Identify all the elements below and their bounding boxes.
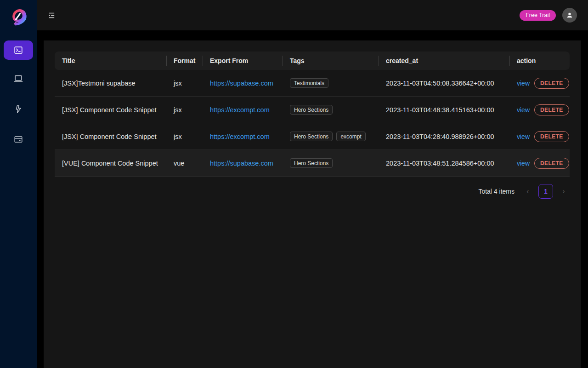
menu-unfold-button[interactable] bbox=[48, 12, 56, 19]
export-from-link[interactable]: https://excompt.com bbox=[210, 133, 270, 140]
table-row: [JSX] Component Code Snippet jsx https:/… bbox=[55, 97, 570, 123]
column-header-created-at: created_at bbox=[379, 52, 509, 70]
action-cell: view DELETE bbox=[517, 70, 562, 96]
credit-card-icon bbox=[13, 134, 23, 144]
cell-title: [JSX]Testmoni supabase bbox=[55, 70, 166, 97]
content-area: Title Format Export From Tags created_at… bbox=[37, 30, 588, 368]
tag-badge: Hero Sections bbox=[290, 105, 333, 115]
delete-button[interactable]: DELETE bbox=[534, 131, 569, 142]
topbar: Free Trail bbox=[37, 0, 588, 30]
sidebar-item-snippets[interactable] bbox=[4, 40, 33, 60]
view-link[interactable]: view bbox=[517, 80, 530, 87]
table-row: [JSX] Component Code Snippet jsx https:/… bbox=[55, 123, 570, 150]
topbar-right: Free Trail bbox=[520, 8, 577, 23]
pagination: Total 4 items ‹ 1 › bbox=[55, 184, 570, 199]
sidebar-item-billing[interactable] bbox=[4, 130, 33, 149]
cell-created-at: 2023-11-03T04:48:38.415163+00:00 bbox=[379, 97, 509, 123]
column-header-title: Title bbox=[55, 52, 166, 70]
tag-badge: Hero Sections bbox=[290, 132, 333, 141]
export-from-link[interactable]: https://supabase.com bbox=[210, 80, 273, 87]
current-page-button[interactable]: 1 bbox=[538, 184, 553, 199]
sidebar bbox=[0, 0, 37, 368]
cell-created-at: 2023-11-03T03:48:51.284586+00:00 bbox=[379, 150, 509, 177]
cell-title: [JSX] Component Code Snippet bbox=[55, 97, 166, 123]
user-avatar[interactable] bbox=[562, 8, 577, 23]
pagination-total: Total 4 items bbox=[478, 188, 514, 195]
column-header-export-from: Export From bbox=[203, 52, 283, 70]
sidebar-nav bbox=[0, 40, 37, 160]
action-cell: view DELETE bbox=[517, 150, 562, 176]
free-trial-badge[interactable]: Free Trail bbox=[520, 10, 556, 21]
menu-unfold-icon bbox=[48, 12, 56, 19]
cell-title: [VUE] Component Code Snippet bbox=[55, 150, 166, 177]
view-link[interactable]: view bbox=[517, 160, 530, 167]
cell-title: [JSX] Component Code Snippet bbox=[55, 123, 166, 150]
view-link[interactable]: view bbox=[517, 133, 530, 140]
thunderbolt-icon bbox=[13, 104, 23, 114]
main-column: Free Trail Title Format E bbox=[37, 0, 588, 368]
table-row: [VUE] Component Code Snippet vue https:/… bbox=[55, 150, 570, 177]
tag-badge: Testimonials bbox=[290, 78, 328, 88]
app-logo[interactable] bbox=[7, 6, 29, 28]
laptop-icon bbox=[13, 74, 23, 84]
content-panel: Title Format Export From Tags created_at… bbox=[44, 40, 581, 368]
delete-button[interactable]: DELETE bbox=[534, 104, 569, 115]
view-link[interactable]: view bbox=[517, 106, 530, 114]
delete-button[interactable]: DELETE bbox=[534, 78, 569, 89]
tag-badge: excompt bbox=[336, 132, 365, 141]
column-header-tags: Tags bbox=[283, 52, 379, 70]
user-icon bbox=[565, 11, 574, 19]
cell-created-at: 2023-11-03T04:28:40.988926+00:00 bbox=[379, 123, 509, 150]
next-page-button[interactable]: › bbox=[558, 184, 570, 199]
cell-format: jsx bbox=[166, 123, 203, 150]
cell-created-at: 2023-11-03T04:50:08.336642+00:00 bbox=[379, 70, 509, 97]
column-header-format: Format bbox=[166, 52, 203, 70]
action-cell: view DELETE bbox=[517, 97, 562, 123]
logo-swirl-icon bbox=[8, 6, 28, 27]
export-from-link[interactable]: https://excompt.com bbox=[210, 106, 270, 114]
sidebar-item-workspace[interactable] bbox=[4, 69, 33, 88]
terminal-icon bbox=[13, 45, 23, 55]
sidebar-item-actions[interactable] bbox=[4, 99, 33, 119]
tag-badge: Hero Sections bbox=[290, 158, 333, 168]
action-cell: view DELETE bbox=[517, 123, 562, 150]
table-header-row: Title Format Export From Tags created_at… bbox=[55, 52, 570, 70]
export-from-link[interactable]: https://supabase.com bbox=[210, 160, 273, 167]
cell-format: jsx bbox=[166, 70, 203, 97]
snippets-table: Title Format Export From Tags created_at… bbox=[55, 52, 570, 177]
cell-format: jsx bbox=[166, 97, 203, 123]
delete-button[interactable]: DELETE bbox=[534, 158, 569, 169]
column-header-action: action bbox=[509, 52, 570, 70]
table-row: [JSX]Testmoni supabase jsx https://supab… bbox=[55, 70, 570, 97]
cell-format: vue bbox=[166, 150, 203, 177]
prev-page-button[interactable]: ‹ bbox=[522, 184, 534, 199]
